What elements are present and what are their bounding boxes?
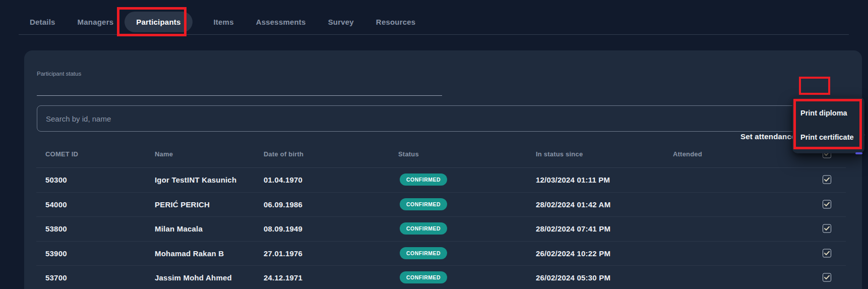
table-header: COMET ID Name Date of birth Status In st… bbox=[36, 140, 846, 168]
cell-name: Mohamad Rakan B bbox=[155, 249, 224, 257]
cell-name: Igor TestINT Kasunich bbox=[155, 176, 236, 184]
checkmark-icon bbox=[824, 202, 830, 206]
column-header-in-status-since[interactable]: In status since bbox=[536, 150, 583, 157]
column-header-name[interactable]: Name bbox=[155, 150, 173, 157]
participant-status-select[interactable] bbox=[37, 88, 442, 96]
table-row[interactable]: 53700 Jassim Mohd Ahmed 24.12.1971 CONFI… bbox=[36, 265, 846, 289]
participants-panel: Participant status Set attendance Print … bbox=[24, 50, 862, 289]
attended-checkbox[interactable] bbox=[823, 176, 831, 184]
menu-item-print-diploma[interactable]: Print diploma bbox=[792, 101, 864, 125]
cell-dob: 27.01.1976 bbox=[264, 249, 302, 257]
cell-in-status-since: 28/02/2024 07:41 PM bbox=[536, 224, 610, 233]
participant-status-label: Participant status bbox=[37, 71, 81, 77]
tab-participants[interactable]: Participants bbox=[125, 12, 192, 32]
cell-dob: 24.12.1971 bbox=[264, 273, 302, 282]
search-input[interactable] bbox=[37, 105, 847, 132]
tab-resources[interactable]: Resources bbox=[376, 18, 416, 26]
cell-in-status-since: 28/02/2024 01:42 AM bbox=[536, 200, 610, 208]
checkmark-icon bbox=[824, 275, 830, 280]
tab-details[interactable]: Details bbox=[30, 18, 55, 26]
cell-comet-id: 53800 bbox=[45, 224, 67, 233]
cell-comet-id: 54000 bbox=[45, 200, 67, 208]
tabbar-divider bbox=[19, 34, 849, 35]
attended-checkbox[interactable] bbox=[823, 200, 831, 208]
tab-assessments[interactable]: Assessments bbox=[256, 18, 306, 26]
tab-items[interactable]: Items bbox=[214, 18, 234, 26]
scrollbar-accent bbox=[855, 152, 862, 154]
status-badge: CONFIRMED bbox=[400, 222, 447, 235]
tab-managers[interactable]: Managers bbox=[78, 18, 114, 26]
menu-item-print-certificate[interactable]: Print certificate bbox=[792, 125, 864, 149]
cell-in-status-since: 26/02/2024 05:30 PM bbox=[536, 273, 610, 282]
column-header-attended[interactable]: Attended bbox=[673, 150, 702, 157]
cell-comet-id: 53900 bbox=[45, 249, 67, 257]
cell-name: Jassim Mohd Ahmed bbox=[155, 273, 232, 282]
cell-dob: 01.04.1970 bbox=[264, 176, 302, 184]
tab-bar: Details Managers Participants Items Asse… bbox=[0, 0, 868, 43]
cell-comet-id: 50300 bbox=[45, 176, 67, 184]
table-row[interactable]: 53800 Milan Macala 08.09.1949 CONFIRMED … bbox=[36, 216, 846, 242]
checkmark-icon bbox=[824, 226, 830, 231]
cell-dob: 08.09.1949 bbox=[264, 224, 302, 233]
column-header-dob[interactable]: Date of birth bbox=[264, 150, 303, 157]
attended-checkbox[interactable] bbox=[823, 224, 831, 233]
attended-checkbox[interactable] bbox=[823, 249, 831, 257]
checkmark-icon bbox=[824, 251, 830, 255]
table-row[interactable]: 53900 Mohamad Rakan B 27.01.1976 CONFIRM… bbox=[36, 241, 846, 266]
table-row[interactable]: 50300 Igor TestINT Kasunich 01.04.1970 C… bbox=[36, 167, 846, 193]
set-attendance-label: Set attendance bbox=[740, 132, 796, 141]
cell-dob: 06.09.1986 bbox=[264, 200, 302, 208]
cell-name: PERIĆ PERICH bbox=[155, 200, 210, 208]
print-menu: Print diploma Print certificate bbox=[792, 97, 864, 153]
cell-in-status-since: 26/02/2024 10:22 PM bbox=[536, 249, 610, 257]
cell-in-status-since: 12/03/2024 01:11 PM bbox=[536, 176, 610, 184]
status-badge: CONFIRMED bbox=[400, 247, 447, 259]
cell-name: Milan Macala bbox=[155, 224, 203, 233]
status-badge: CONFIRMED bbox=[400, 198, 447, 210]
attended-checkbox[interactable] bbox=[823, 273, 831, 282]
status-badge: CONFIRMED bbox=[400, 174, 447, 186]
status-badge: CONFIRMED bbox=[400, 271, 447, 283]
table-row[interactable]: 54000 PERIĆ PERICH 06.09.1986 CONFIRMED … bbox=[36, 192, 846, 217]
participants-page: Details Managers Participants Items Asse… bbox=[0, 0, 868, 289]
cell-comet-id: 53700 bbox=[45, 273, 67, 282]
column-header-status[interactable]: Status bbox=[398, 150, 419, 157]
tab-survey[interactable]: Survey bbox=[328, 18, 354, 26]
checkmark-icon bbox=[824, 178, 830, 182]
column-header-comet-id[interactable]: COMET ID bbox=[45, 150, 78, 157]
